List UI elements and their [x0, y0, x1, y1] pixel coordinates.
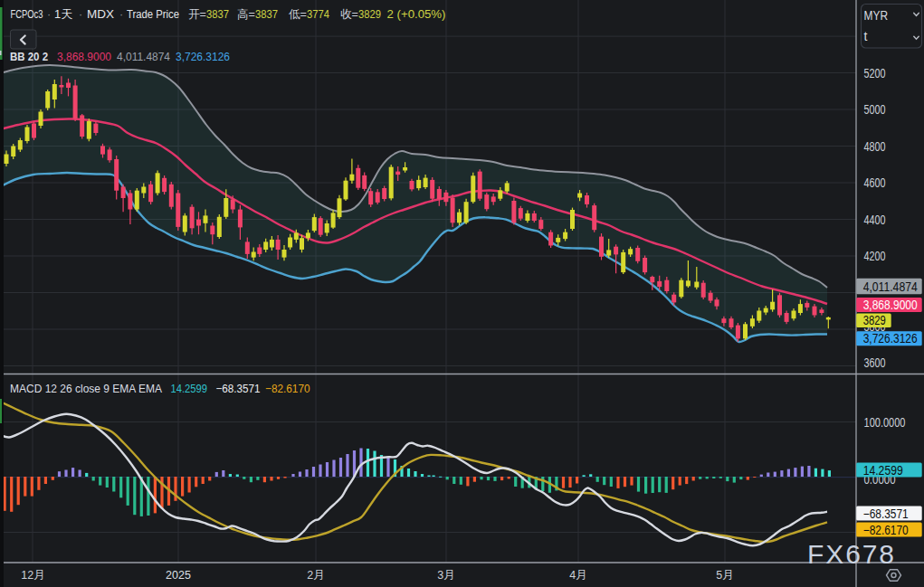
svg-text:4600: 4600 — [864, 175, 886, 190]
svg-text:5月: 5月 — [716, 569, 733, 582]
svg-text:14.2599: 14.2599 — [171, 383, 208, 395]
svg-text:1天: 1天 — [54, 8, 73, 21]
svg-text:2月: 2月 — [307, 569, 324, 582]
svg-text:3829: 3829 — [358, 8, 381, 21]
svg-text:−68.3571: −68.3571 — [216, 383, 261, 395]
svg-text:FX678: FX678 — [807, 539, 896, 569]
svg-text:3月: 3月 — [437, 569, 454, 582]
svg-text:4,011.4874: 4,011.4874 — [117, 51, 170, 63]
svg-text:3,868.9000: 3,868.9000 — [57, 51, 111, 63]
svg-text:4800: 4800 — [864, 139, 886, 154]
svg-text:5000: 5000 — [864, 102, 886, 117]
svg-text:4400: 4400 — [864, 213, 886, 227]
svg-text:·: · — [119, 8, 123, 21]
svg-text:3829: 3829 — [863, 313, 886, 327]
svg-text:2025: 2025 — [166, 569, 191, 582]
svg-text:BB 20 2: BB 20 2 — [10, 51, 48, 63]
svg-text:−82.6170: −82.6170 — [265, 383, 310, 395]
svg-text:3837: 3837 — [206, 8, 229, 21]
svg-text:开=: 开= — [188, 8, 206, 21]
svg-text:低=: 低= — [289, 8, 307, 21]
svg-text:3,868.9000: 3,868.9000 — [863, 298, 918, 312]
svg-text:4,011.4874: 4,011.4874 — [863, 279, 918, 294]
svg-text:−82.6170: −82.6170 — [863, 523, 909, 537]
svg-text:3774: 3774 — [307, 8, 329, 21]
svg-text:4200: 4200 — [864, 249, 886, 263]
svg-text:12月: 12月 — [21, 569, 44, 582]
svg-text:4月: 4月 — [569, 569, 586, 582]
svg-text:14.2599: 14.2599 — [863, 463, 903, 478]
svg-text:2 (+0.05%): 2 (+0.05%) — [387, 8, 446, 21]
svg-text:5200: 5200 — [864, 66, 886, 80]
svg-text:3,726.3126: 3,726.3126 — [176, 51, 230, 63]
svg-text:收=: 收= — [340, 8, 358, 21]
svg-text:·: · — [47, 8, 51, 21]
svg-text:3,726.3126: 3,726.3126 — [863, 331, 918, 346]
svg-text:MDX: MDX — [87, 8, 115, 21]
svg-text:高=: 高= — [237, 8, 255, 21]
svg-text:MACD 12 26 close 9 EMA EMA: MACD 12 26 close 9 EMA EMA — [10, 383, 163, 395]
svg-text:Trade Price: Trade Price — [127, 8, 179, 21]
svg-text:3837: 3837 — [255, 8, 278, 21]
svg-text:·: · — [79, 8, 82, 21]
svg-text:FCPOc3: FCPOc3 — [11, 8, 43, 21]
svg-text:100.0000: 100.0000 — [864, 415, 906, 430]
svg-text:−68.3571: −68.3571 — [863, 507, 909, 521]
svg-text:t: t — [864, 29, 868, 43]
svg-text:MYR: MYR — [864, 8, 889, 23]
svg-text:3600: 3600 — [864, 355, 886, 370]
